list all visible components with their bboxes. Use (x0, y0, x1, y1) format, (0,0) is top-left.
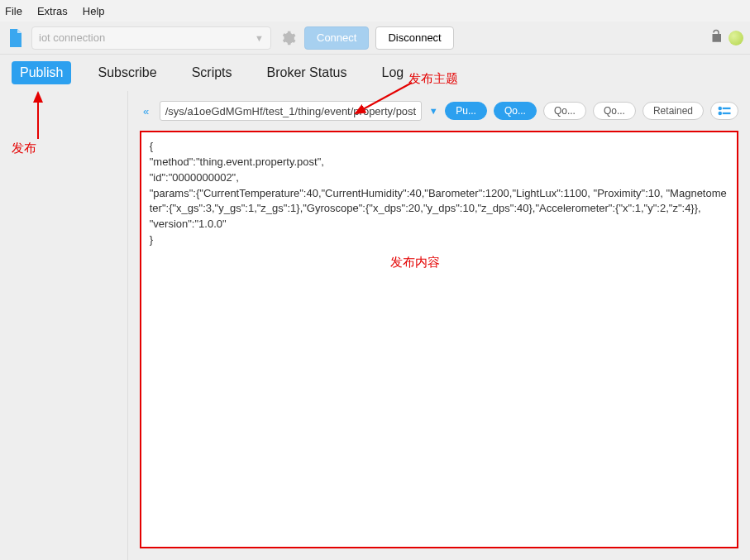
topic-dropdown-icon[interactable]: ▼ (428, 106, 438, 116)
side-panel (0, 91, 128, 560)
topic-row: « /sys/a1oeGdMGmHf/test_1/thing/event/pr… (140, 101, 738, 121)
payload-line: } (150, 232, 729, 248)
menu-extras[interactable]: Extras (37, 5, 68, 17)
tab-bar: Publish Subscribe Scripts Broker Status … (0, 55, 750, 91)
topic-value: /sys/a1oeGdMGmHf/test_1/thing/event/prop… (165, 105, 416, 117)
publish-panel: « /sys/a1oeGdMGmHf/test_1/thing/event/pr… (128, 91, 750, 560)
menu-file[interactable]: File (5, 5, 22, 17)
topic-input[interactable]: /sys/a1oeGdMGmHf/test_1/thing/event/prop… (160, 101, 422, 121)
qos-button-1[interactable]: Qo... (543, 102, 586, 120)
connect-button[interactable]: Connect (304, 26, 369, 50)
payload-textarea[interactable]: { "method":"thing.event.property.post", … (140, 131, 738, 548)
collapse-icon[interactable]: « (140, 105, 153, 117)
payload-line: "method":"thing.event.property.post", (150, 155, 729, 170)
tab-log[interactable]: Log (373, 61, 412, 84)
payload-line: { (150, 139, 729, 155)
gear-icon[interactable] (278, 28, 298, 48)
payload-line: "version":"1.0.0" (150, 217, 729, 232)
qos-button-2[interactable]: Qo... (593, 102, 636, 120)
tab-scripts[interactable]: Scripts (184, 61, 241, 84)
svg-point-1 (719, 112, 723, 116)
settings-pill-icon[interactable] (710, 102, 738, 120)
payload-line: "params":{"CurrentTemperature":40,"Curre… (150, 186, 729, 218)
retained-button[interactable]: Retained (643, 102, 704, 120)
tab-publish[interactable]: Publish (12, 61, 71, 84)
connection-placeholder: iot connection (39, 31, 105, 44)
disconnect-button[interactable]: Disconnect (375, 26, 453, 50)
lock-open-icon (709, 29, 724, 46)
status-indicator (729, 31, 743, 45)
main-area: « /sys/a1oeGdMGmHf/test_1/thing/event/pr… (0, 91, 750, 560)
menu-bar: File Extras Help (0, 0, 750, 22)
tab-broker-status[interactable]: Broker Status (259, 61, 356, 84)
svg-rect-3 (723, 112, 731, 114)
document-icon (7, 27, 25, 49)
qos-button-active[interactable]: Qo... (494, 102, 537, 120)
svg-rect-2 (723, 108, 731, 109)
tab-subscribe[interactable]: Subscribe (89, 61, 165, 84)
publish-button[interactable]: Pu... (445, 102, 487, 120)
menu-help[interactable]: Help (83, 5, 105, 17)
payload-line: "id":"0000000002", (150, 170, 729, 186)
toolbar: iot connection ▼ Connect Disconnect (0, 22, 750, 55)
connection-select[interactable]: iot connection ▼ (31, 26, 271, 50)
svg-point-0 (719, 107, 723, 111)
chevron-down-icon: ▼ (255, 33, 264, 43)
